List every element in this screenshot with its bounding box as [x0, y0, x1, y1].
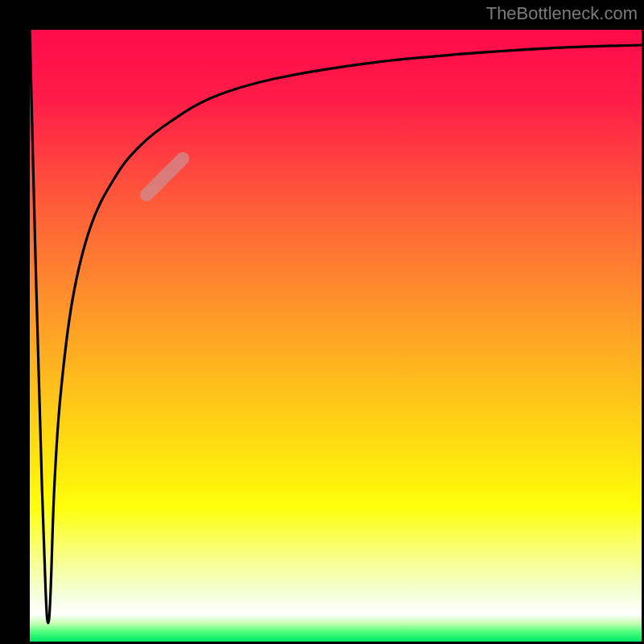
highlight-segment: [147, 159, 183, 195]
plot-area: [30, 30, 642, 642]
curve-layer: [30, 30, 642, 642]
watermark-text: TheBottleneck.com: [486, 3, 638, 24]
main-curve: [30, 30, 642, 623]
chart-frame: TheBottleneck.com: [0, 0, 644, 644]
